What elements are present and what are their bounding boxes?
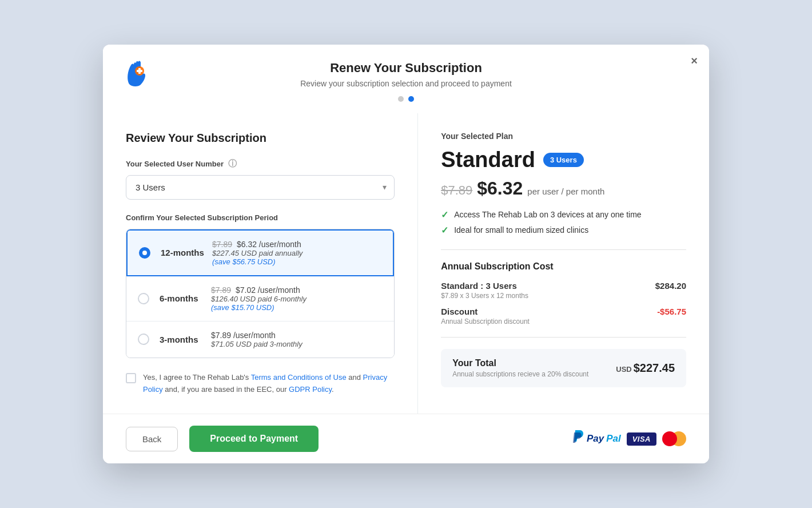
period-name-6months: 6-months: [160, 293, 211, 303]
left-panel: Review Your Subscription Your Selected U…: [103, 113, 418, 414]
total-amount: $227.45: [634, 362, 675, 374]
period-annual-12months: $227.45 USD paid annually: [212, 249, 381, 257]
paypal-text: Pay: [587, 433, 604, 445]
modal-header: Renew Your Subscription Review your subs…: [103, 45, 709, 113]
info-icon: ⓘ: [228, 158, 237, 169]
terms-text: Yes, I agree to The Rehab Lab's Terms an…: [143, 372, 395, 396]
terms-checkbox[interactable]: [126, 373, 136, 383]
user-number-label: Your Selected User Number ⓘ: [126, 158, 395, 169]
paypal-logo-icon: [573, 430, 584, 447]
plan-price-period: per user / per month: [527, 186, 604, 196]
right-panel: Your Selected Plan Standard 3 Users $7.8…: [418, 113, 709, 414]
period-save-6months: (save $15.70 USD): [211, 303, 383, 312]
period-annual-3months: $71.05 USD paid 3-monthly: [211, 340, 383, 348]
svg-rect-2: [137, 70, 142, 72]
period-pricing-3months: $7.89 /user/month $71.05 USD paid 3-mont…: [211, 331, 383, 348]
close-button[interactable]: ×: [691, 55, 698, 66]
period-annual-6months: $126.40 USD paid 6-monthly: [211, 295, 383, 303]
step-dot-2: [408, 96, 414, 102]
plan-label: Your Selected Plan: [441, 132, 686, 141]
plan-name-row: Standard 3 Users: [441, 148, 686, 172]
total-currency: USD: [616, 365, 631, 374]
radio-12months[interactable]: [139, 247, 150, 259]
total-label: Your Total: [452, 358, 588, 368]
total-value: USD$227.45: [616, 362, 675, 375]
plan-badge: 3 Users: [543, 153, 584, 167]
modal-body: Review Your Subscription Your Selected U…: [103, 113, 709, 414]
total-sub: Annual subscriptions recieve a 20% disco…: [452, 370, 588, 378]
feature-text-1: Access The Rehab Lab on 3 devices at any…: [454, 210, 641, 219]
cost-label-1: Standard : 3 Users $7.89 x 3 Users x 12 …: [441, 281, 528, 300]
cost-value-discount: -$56.75: [657, 307, 686, 316]
proceed-to-payment-button[interactable]: Proceed to Payment: [189, 426, 319, 452]
cost-section-title: Annual Subscription Cost: [441, 261, 686, 272]
period-pricing-12months: $7.89 $6.32 /user/month $227.45 USD paid…: [212, 240, 381, 266]
check-icon-2: ✓: [441, 225, 448, 236]
period-price-main-6months: $7.89 $7.02 /user/month: [211, 285, 383, 295]
radio-6months[interactable]: [138, 293, 149, 304]
total-box: Your Total Annual subscriptions recieve …: [441, 349, 686, 387]
divider-1: [441, 249, 686, 250]
user-number-select-wrapper[interactable]: 3 Users 1 User 2 Users 5 Users ▾: [126, 175, 395, 200]
period-name-12months: 12-months: [161, 248, 212, 257]
period-save-12months: (save $56.75 USD): [212, 257, 381, 266]
user-number-select[interactable]: 3 Users 1 User 2 Users 5 Users: [126, 175, 395, 200]
terms-row: Yes, I agree to The Rehab Lab's Terms an…: [126, 372, 395, 396]
plan-feature-2: ✓ Ideal for small to medium sized clinic…: [441, 225, 686, 236]
modal-footer: Back Proceed to Payment PayPal VISA: [103, 414, 709, 463]
period-option-12months[interactable]: 12-months $7.89 $6.32 /user/month $227.4…: [126, 229, 394, 276]
period-label: Confirm Your Selected Subscription Perio…: [126, 213, 395, 222]
check-icon-1: ✓: [441, 209, 448, 220]
period-price-main-3months: $7.89 /user/month: [211, 331, 383, 340]
paypal-icon: PayPal: [573, 430, 621, 447]
modal: Renew Your Subscription Review your subs…: [103, 45, 709, 464]
terms-link[interactable]: Terms and Conditions of Use: [251, 373, 347, 382]
period-price-main-12months: $7.89 $6.32 /user/month: [212, 240, 381, 249]
left-panel-title: Review Your Subscription: [126, 132, 395, 145]
paypal-text2: Pal: [606, 433, 621, 445]
cost-row-1: Standard : 3 Users $7.89 x 3 Users x 12 …: [441, 281, 686, 300]
mastercard-icon: [662, 431, 686, 446]
plan-new-price: $6.32: [477, 178, 523, 199]
divider-2: [441, 337, 686, 338]
period-option-6months[interactable]: 6-months $7.89 $7.02 /user/month $126.40…: [126, 276, 394, 322]
cost-row-discount: Discount Annual Subscription discount -$…: [441, 307, 686, 326]
total-label-group: Your Total Annual subscriptions recieve …: [452, 358, 588, 378]
old-price-12months: $7.89: [212, 240, 232, 249]
radio-3months[interactable]: [138, 334, 149, 345]
modal-subtitle: Review your subscription selection and p…: [126, 79, 686, 88]
old-price-6months: $7.89: [211, 285, 231, 295]
feature-text-2: Ideal for small to medium sized clinics: [454, 225, 588, 235]
gdpr-link[interactable]: GDPR Policy: [289, 385, 332, 394]
cost-value-1: $284.20: [655, 281, 686, 291]
plan-feature-1: ✓ Access The Rehab Lab on 3 devices at a…: [441, 209, 686, 220]
plan-name: Standard: [441, 148, 535, 172]
period-options: 12-months $7.89 $6.32 /user/month $227.4…: [126, 229, 395, 358]
payment-icons: PayPal VISA: [573, 430, 686, 447]
cost-label-discount: Discount Annual Subscription discount: [441, 307, 530, 326]
visa-icon: VISA: [627, 432, 656, 446]
modal-steps: [126, 96, 686, 102]
app-logo: [124, 58, 152, 87]
modal-title: Renew Your Subscription: [126, 61, 686, 76]
step-dot-1: [398, 96, 404, 102]
plan-features: ✓ Access The Rehab Lab on 3 devices at a…: [441, 209, 686, 236]
period-name-3months: 3-months: [160, 335, 211, 344]
plan-old-price: $7.89: [441, 183, 472, 198]
back-button[interactable]: Back: [126, 427, 178, 451]
period-option-3months[interactable]: 3-months $7.89 /user/month $71.05 USD pa…: [126, 322, 394, 358]
plan-price-row: $7.89 $6.32 per user / per month: [441, 178, 686, 199]
period-pricing-6months: $7.89 $7.02 /user/month $126.40 USD paid…: [211, 285, 383, 312]
modal-overlay: Renew Your Subscription Review your subs…: [0, 0, 812, 508]
